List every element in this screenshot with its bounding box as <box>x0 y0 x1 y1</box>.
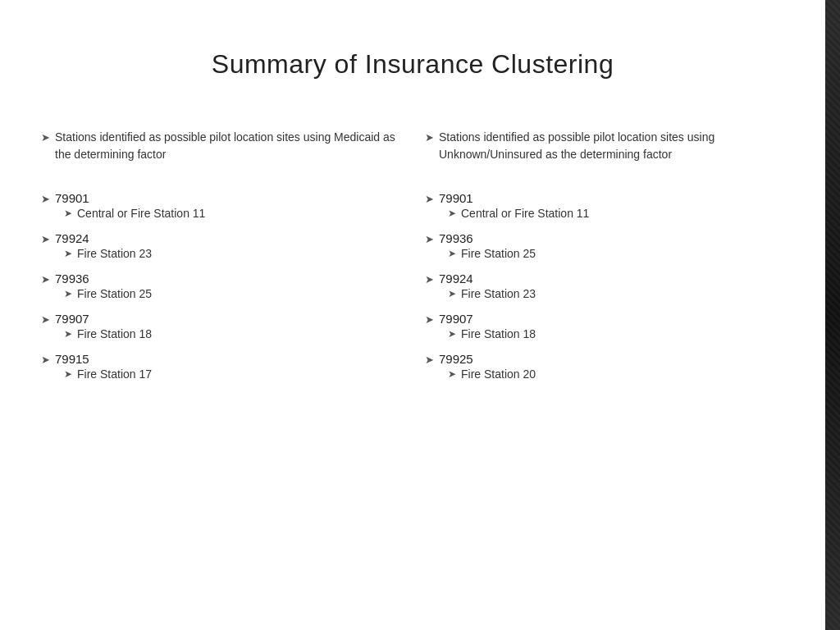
zip-arrow: ➤ <box>425 354 434 366</box>
right-intro-arrow: ➤ <box>425 130 434 146</box>
right-zip-item: ➤79907 <box>425 312 784 326</box>
station-arrow: ➤ <box>64 208 72 219</box>
station-arrow: ➤ <box>64 248 72 259</box>
right-zip-item: ➤79925 <box>425 352 784 366</box>
zip-label: 79936 <box>439 231 473 245</box>
left-list: ➤79901➤Central or Fire Station 11➤79924➤… <box>41 183 400 384</box>
left-zip-item: ➤79936 <box>41 272 400 285</box>
station-arrow: ➤ <box>448 248 456 259</box>
right-zip-item: ➤79924 <box>425 272 784 285</box>
left-zip-item: ➤79924 <box>41 231 400 245</box>
zip-arrow: ➤ <box>425 233 434 245</box>
station-arrow: ➤ <box>448 328 456 340</box>
left-zip-item: ➤79901 <box>41 191 400 205</box>
zip-arrow: ➤ <box>425 313 434 326</box>
left-station-item: ➤Fire Station 23 <box>64 247 400 260</box>
zip-label: 79907 <box>55 312 89 326</box>
station-label: Central or Fire Station 11 <box>77 207 205 220</box>
decorative-sidebar <box>825 0 840 630</box>
right-station-item: ➤Fire Station 20 <box>448 368 784 381</box>
right-station-item: ➤Central or Fire Station 11 <box>448 207 784 220</box>
station-arrow: ➤ <box>64 368 72 380</box>
right-station-item: ➤Fire Station 18 <box>448 327 784 340</box>
zip-arrow: ➤ <box>41 354 50 366</box>
station-arrow: ➤ <box>448 208 456 219</box>
right-zip-item: ➤79901 <box>425 191 784 205</box>
station-label: Fire Station 25 <box>461 247 536 260</box>
left-station-item: ➤Central or Fire Station 11 <box>64 207 400 220</box>
right-intro-text: ➤ Stations identified as possible pilot … <box>425 129 784 163</box>
zip-arrow: ➤ <box>425 273 434 285</box>
right-station-item: ➤Fire Station 25 <box>448 247 784 260</box>
zip-label: 79901 <box>439 191 473 205</box>
right-station-item: ➤Fire Station 23 <box>448 287 784 300</box>
left-station-item: ➤Fire Station 17 <box>64 368 400 381</box>
left-intro-label: Stations identified as possible pilot lo… <box>55 129 400 163</box>
left-zip-item: ➤79907 <box>41 312 400 326</box>
zip-arrow: ➤ <box>41 273 50 285</box>
right-column: ➤ Stations identified as possible pilot … <box>425 129 784 597</box>
left-station-item: ➤Fire Station 25 <box>64 287 400 300</box>
slide-title: Summary of Insurance Clustering <box>41 49 784 80</box>
station-arrow: ➤ <box>448 288 456 299</box>
zip-label: 79924 <box>439 272 473 285</box>
zip-arrow: ➤ <box>41 233 50 245</box>
station-label: Fire Station 25 <box>77 287 152 300</box>
zip-arrow: ➤ <box>41 193 50 205</box>
left-intro-text: ➤ Stations identified as possible pilot … <box>41 129 400 163</box>
station-arrow: ➤ <box>448 368 456 380</box>
zip-label: 79915 <box>55 352 89 366</box>
station-arrow: ➤ <box>64 328 72 340</box>
right-intro-label: Stations identified as possible pilot lo… <box>439 129 784 163</box>
zip-label: 79924 <box>55 231 89 245</box>
left-intro-arrow: ➤ <box>41 130 50 146</box>
zip-label: 79907 <box>439 312 473 326</box>
station-arrow: ➤ <box>64 288 72 299</box>
slide: Summary of Insurance Clustering ➤ Statio… <box>0 0 825 630</box>
station-label: Fire Station 23 <box>77 247 152 260</box>
right-zip-item: ➤79936 <box>425 231 784 245</box>
station-label: Fire Station 20 <box>461 368 536 381</box>
left-station-item: ➤Fire Station 18 <box>64 327 400 340</box>
zip-arrow: ➤ <box>41 313 50 326</box>
zip-label: 79925 <box>439 352 473 366</box>
zip-label: 79901 <box>55 191 89 205</box>
station-label: Fire Station 18 <box>77 327 152 340</box>
left-zip-item: ➤79915 <box>41 352 400 366</box>
left-column: ➤ Stations identified as possible pilot … <box>41 129 400 597</box>
content-area: ➤ Stations identified as possible pilot … <box>41 129 784 597</box>
station-label: Fire Station 18 <box>461 327 536 340</box>
station-label: Fire Station 17 <box>77 368 152 381</box>
zip-arrow: ➤ <box>425 193 434 205</box>
zip-label: 79936 <box>55 272 89 285</box>
right-list: ➤79901➤Central or Fire Station 11➤79936➤… <box>425 183 784 384</box>
station-label: Fire Station 23 <box>461 287 536 300</box>
station-label: Central or Fire Station 11 <box>461 207 589 220</box>
